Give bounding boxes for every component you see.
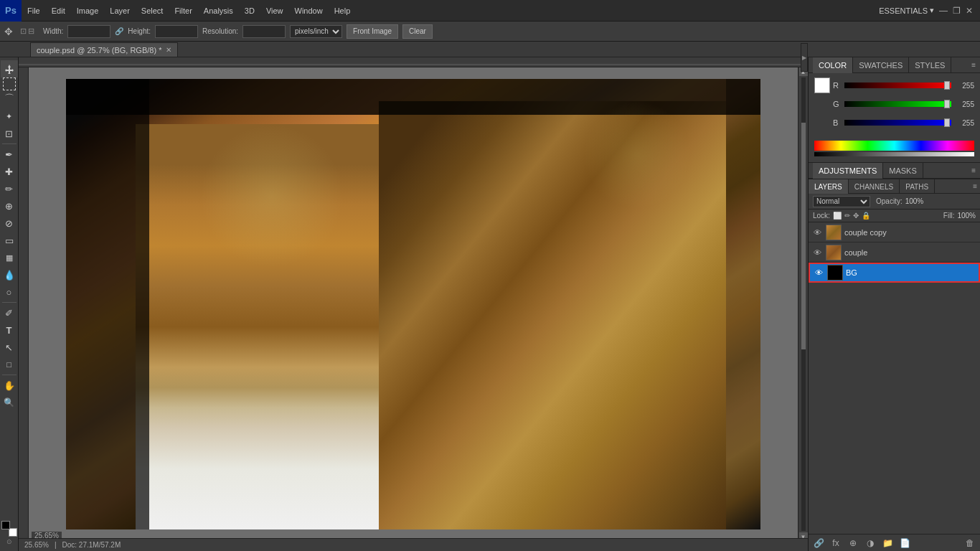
healing-tool[interactable]: ✚ — [1, 163, 18, 180]
text-tool[interactable]: T — [1, 321, 18, 339]
quick-select-tool[interactable]: ✦ — [1, 108, 18, 125]
align-icon-1[interactable]: ⊡ — [20, 27, 27, 36]
brush-tool[interactable]: ✏ — [1, 180, 18, 197]
layer-eye-bg[interactable]: 👁 — [813, 267, 824, 278]
menu-help[interactable]: Help — [329, 0, 357, 21]
layers-panel: LAYERS CHANNELS PATHS ≡ Normal Multiply … — [809, 179, 980, 551]
dodge-tool[interactable]: ○ — [1, 283, 18, 301]
marquee-tool[interactable] — [3, 77, 16, 90]
resolution-input[interactable] — [242, 25, 286, 38]
path-select-tool[interactable]: ↖ — [1, 339, 18, 356]
hand-tool[interactable]: ✋ — [1, 377, 18, 394]
color-panel-menu-icon[interactable]: ≡ — [971, 61, 976, 69]
doc-tab[interactable]: couple.psd @ 25.7% (BG, RGB/8) * ✕ — [30, 42, 178, 57]
gradient-tool[interactable]: ▦ — [1, 249, 18, 266]
history-brush-tool[interactable]: ⊘ — [1, 215, 18, 232]
layers-panel-menu-icon[interactable]: ≡ — [970, 179, 980, 193]
menu-filter[interactable]: Filter — [169, 0, 197, 21]
move-tool[interactable] — [1, 60, 18, 77]
panel-collapse-handle[interactable]: ▶ — [801, 43, 808, 72]
clear-button[interactable]: Clear — [402, 24, 433, 39]
close-button[interactable]: ✕ — [964, 6, 974, 16]
blur-tool[interactable]: 💧 — [1, 266, 18, 283]
layer-eye-couple-copy[interactable]: 👁 — [811, 227, 823, 238]
color-swatches-area: ⊙ — [1, 521, 17, 545]
menu-image[interactable]: Image — [71, 0, 105, 21]
front-image-button[interactable]: Front Image — [347, 24, 398, 39]
resolution-label: Resolution: — [202, 27, 238, 35]
b-slider-thumb[interactable] — [944, 118, 950, 127]
layer-eye-couple[interactable]: 👁 — [811, 247, 823, 258]
lasso-tool[interactable]: ⌒ — [1, 90, 18, 108]
crop-tool[interactable]: ⊡ — [1, 125, 18, 142]
channels-tab[interactable]: CHANNELS — [849, 179, 900, 194]
add-link-icon[interactable]: 🔗 — [811, 536, 826, 550]
pen-tool[interactable]: ✐ — [1, 304, 18, 321]
quick-mask-icon[interactable]: ⊙ — [6, 538, 12, 545]
menu-3d[interactable]: 3D — [239, 0, 260, 21]
add-fx-icon[interactable]: fx — [829, 536, 843, 550]
height-input[interactable] — [155, 25, 198, 38]
v-scrollbar: ▲ ▼ — [798, 67, 808, 541]
shape-tool[interactable]: □ — [1, 356, 18, 373]
layer-thumb-couple-copy — [826, 225, 842, 240]
color-preview-swatch[interactable] — [814, 77, 830, 93]
add-mask-icon[interactable]: ⊕ — [846, 536, 860, 550]
layers-controls: Normal Multiply Screen Overlay Opacity: … — [809, 194, 980, 209]
width-input[interactable] — [67, 25, 110, 38]
b-label: B — [833, 118, 842, 127]
shadow-right — [726, 79, 760, 529]
layer-couple[interactable]: 👁 couple — [809, 242, 980, 263]
eraser-tool[interactable]: ▭ — [1, 232, 18, 249]
align-icon-2[interactable]: ⊟ — [28, 27, 34, 36]
color-r-row: R 255 — [814, 77, 974, 93]
menu-layer[interactable]: Layer — [104, 0, 136, 21]
foreground-color-swatch[interactable] — [1, 521, 10, 529]
layers-panel-bottom: 🔗 fx ⊕ ◑ 📁 📄 🗑 — [809, 534, 980, 551]
layers-tab[interactable]: LAYERS — [809, 179, 849, 194]
menu-select[interactable]: Select — [136, 0, 169, 21]
window-controls: — ❐ ✕ — [938, 6, 974, 16]
essentials-label: ESSENTIALS — [879, 6, 928, 15]
blend-mode-select[interactable]: Normal Multiply Screen Overlay — [813, 196, 870, 207]
lock-all-icon[interactable]: 🔒 — [862, 212, 870, 220]
resolution-unit-select[interactable]: pixels/inch pixels/cm — [290, 25, 342, 38]
restore-button[interactable]: ❐ — [951, 6, 961, 16]
menu-edit[interactable]: Edit — [46, 0, 71, 21]
minimize-button[interactable]: — — [938, 6, 948, 16]
lock-image-icon[interactable]: ✏ — [844, 212, 850, 220]
tab-close-icon[interactable]: ✕ — [166, 46, 171, 54]
add-adjustment-icon[interactable]: ◑ — [863, 536, 877, 550]
delete-layer-icon[interactable]: 🗑 — [963, 536, 977, 550]
add-group-icon[interactable]: 📁 — [880, 536, 895, 550]
g-slider-thumb[interactable] — [944, 100, 950, 108]
menu-window[interactable]: Window — [289, 0, 329, 21]
r-slider-thumb[interactable] — [944, 81, 950, 90]
layer-couple-copy[interactable]: 👁 couple copy — [809, 222, 980, 242]
menu-view[interactable]: View — [260, 0, 289, 21]
styles-tab[interactable]: STYLES — [909, 57, 951, 73]
menu-file[interactable]: File — [22, 0, 46, 21]
color-tab[interactable]: COLOR — [813, 57, 853, 73]
layer-bg[interactable]: 👁 BG — [809, 263, 980, 283]
options-bar: ✥ ⊡ ⊟ Width: 🔗 Height: Resolution: pixel… — [0, 22, 980, 42]
paths-tab[interactable]: PATHS — [900, 179, 935, 194]
adjustments-tab[interactable]: ADJUSTMENTS — [813, 163, 883, 179]
ps-logo: Ps — [0, 0, 22, 22]
menu-analysis[interactable]: Analysis — [198, 0, 239, 21]
v-scroll-thumb[interactable] — [801, 123, 806, 349]
zoom-tool[interactable]: 🔍 — [1, 394, 18, 411]
adjustments-panel-menu-icon[interactable]: ≡ — [971, 166, 976, 174]
new-layer-icon[interactable]: 📄 — [897, 536, 912, 550]
color-spectrum-bar[interactable] — [814, 141, 974, 151]
lock-position-icon[interactable]: ✥ — [853, 212, 859, 220]
swatches-tab[interactable]: SWATCHES — [853, 57, 909, 73]
essentials-button[interactable]: ESSENTIALS ▾ — [879, 6, 934, 15]
eyedropper-tool[interactable]: ✒ — [1, 146, 18, 163]
r-slider-track — [844, 83, 951, 88]
clone-tool[interactable]: ⊕ — [1, 197, 18, 215]
toolbar: ⌒ ✦ ⊡ ✒ ✚ ✏ ⊕ ⊘ ▭ ▦ 💧 ○ ✐ T ↖ □ ✋ 🔍 ⊙ — [0, 57, 19, 551]
lock-pixels-icon[interactable]: ⬜ — [833, 212, 842, 220]
masks-tab[interactable]: MASKS — [883, 163, 923, 179]
color-g-row: G 255 — [814, 96, 974, 112]
